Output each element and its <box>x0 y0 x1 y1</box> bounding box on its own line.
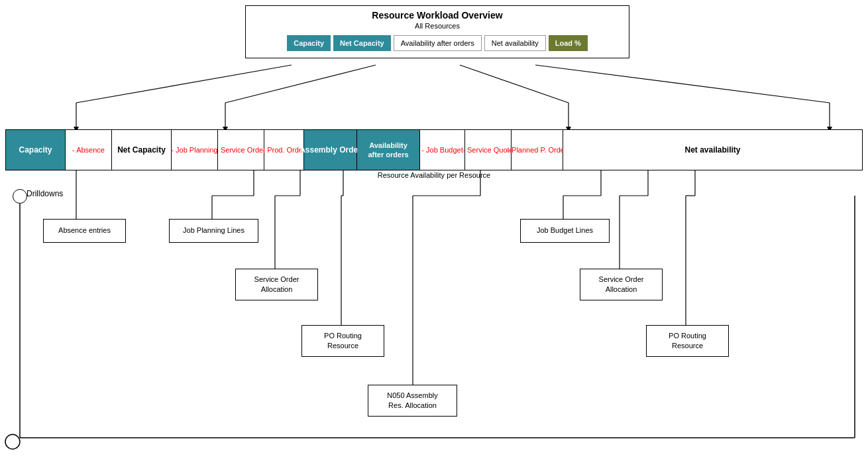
net-capacity-cell: Net Capacity <box>112 130 172 170</box>
planned-p-order-cell: - Planned P. Order <box>512 130 563 170</box>
svg-line-0 <box>76 65 292 103</box>
net-capacity-button[interactable]: Net Capacity <box>333 35 391 51</box>
svg-line-3 <box>225 65 376 103</box>
po-routing-resource-right-node: PO RoutingResource <box>646 325 729 357</box>
job-budget-cell: - Job Budget <box>420 130 465 170</box>
drilldowns-circle <box>13 189 27 204</box>
drilldowns-label: Drilldowns <box>27 189 63 198</box>
svg-line-6 <box>460 65 569 103</box>
availability-after-orders-cell: Availabilityafter orders <box>357 130 420 170</box>
prod-order-cell: - Prod. Order <box>264 130 304 170</box>
capacity-button[interactable]: Capacity <box>287 35 331 51</box>
net-availability-button[interactable]: Net availability <box>484 35 546 51</box>
service-order-allocation-left-node: Service OrderAllocation <box>235 269 318 300</box>
availability-after-orders-button[interactable]: Availability after orders <box>394 35 482 51</box>
top-box-title: Resource Workload Overview <box>252 10 622 21</box>
service-order-cell: - Service Order <box>218 130 264 170</box>
load-percent-button[interactable]: Load % <box>549 35 588 51</box>
capacity-cell: Capacity <box>6 130 66 170</box>
absence-cell: - Absence <box>66 130 112 170</box>
service-order-allocation-right-node: Service OrderAllocation <box>580 269 663 300</box>
job-planning-cell: - Job Planning <box>172 130 218 170</box>
second-row: Capacity - Absence Net Capacity - Job Pl… <box>5 129 863 170</box>
job-budget-lines-node: Job Budget Lines <box>520 219 610 243</box>
absence-entries-node: Absence entries <box>43 219 126 243</box>
resource-availability-label: Resource Availability per Resource <box>0 171 868 179</box>
top-box-subtitle: All Resources <box>252 22 622 30</box>
net-availability-cell: Net availability <box>563 130 862 170</box>
job-planning-lines-node: Job Planning Lines <box>169 219 258 243</box>
top-box-buttons: Capacity Net Capacity Availability after… <box>252 35 622 51</box>
po-routing-resource-left-node: PO RoutingResource <box>301 325 384 357</box>
top-box: Resource Workload Overview All Resources… <box>245 5 629 58</box>
n050-assembly-node: N050 AssemblyRes. Allocation <box>368 385 457 417</box>
service-quote-cell: - Service Quote <box>465 130 512 170</box>
svg-line-9 <box>535 65 830 103</box>
assembly-order-cell: Assembly Order <box>304 130 357 170</box>
svg-point-46 <box>5 434 20 449</box>
diagram-container: Resource Workload Overview All Resources… <box>0 0 868 457</box>
